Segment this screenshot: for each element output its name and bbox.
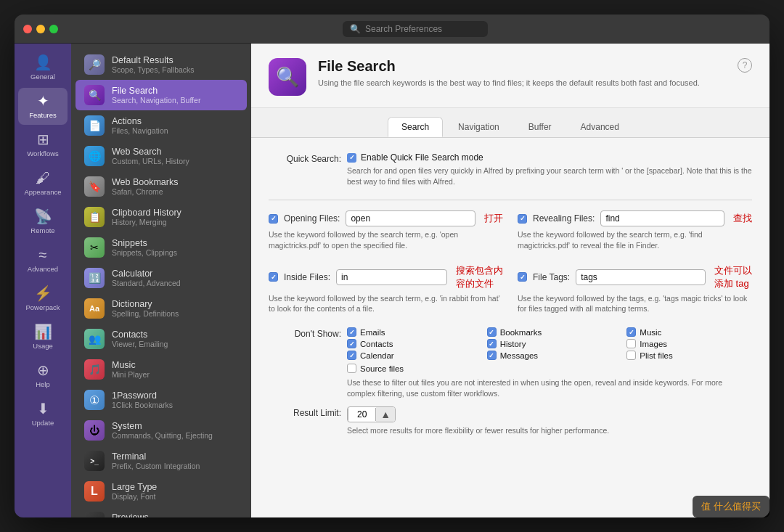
plist-checkbox[interactable] bbox=[626, 351, 636, 360]
large-type-text: Large Type Display, Font bbox=[112, 482, 238, 501]
opening-files-hint: Use the keyword followed by the search t… bbox=[269, 229, 503, 250]
result-limit-stepper[interactable]: 20 ▲ bbox=[347, 406, 396, 422]
snippets-icon: ✂ bbox=[84, 237, 105, 258]
bookmarks-checkbox[interactable] bbox=[487, 327, 497, 337]
messages-label: Messages bbox=[500, 351, 538, 360]
images-checkbox[interactable] bbox=[626, 339, 636, 348]
result-limit-hint: Select more results for more flexibility… bbox=[347, 425, 752, 436]
revealing-files-annotation: 查找 bbox=[733, 212, 752, 225]
list-item-1password[interactable]: ① 1Password 1Click Bookmarks bbox=[75, 385, 247, 415]
list-item-contacts[interactable]: 👥 Contacts Viewer, Emailing bbox=[75, 324, 247, 354]
snippets-title: Snippets bbox=[112, 238, 238, 248]
list-item-default-results[interactable]: 🔎 Default Results Scope, Types, Fallback… bbox=[75, 49, 247, 80]
sidebar-item-usage[interactable]: 📊 Usage bbox=[18, 319, 68, 356]
file-tags-input[interactable] bbox=[576, 269, 706, 285]
dont-show-history: History bbox=[487, 339, 613, 348]
sidebar-item-general[interactable]: 👤 General bbox=[18, 49, 68, 86]
terminal-icon: >_ bbox=[84, 451, 105, 471]
music-dont-show-label: Music bbox=[640, 328, 661, 337]
tab-navigation[interactable]: Navigation bbox=[444, 117, 513, 137]
search-icon: 🔍 bbox=[350, 24, 361, 34]
tab-search[interactable]: Search bbox=[388, 117, 443, 137]
list-item-clipboard-history[interactable]: 📋 Clipboard History History, Merging bbox=[75, 202, 247, 232]
maximize-button[interactable] bbox=[49, 25, 58, 33]
content-icon: 🔍 bbox=[269, 58, 306, 96]
content-header: 🔍 File Search Using the file search keyw… bbox=[251, 44, 769, 108]
web-search-title: Web Search bbox=[112, 147, 238, 157]
music-checkbox[interactable] bbox=[626, 327, 636, 337]
web-bookmarks-text: Web Bookmarks Safari, Chrome bbox=[112, 177, 238, 196]
clipboard-history-icon: 📋 bbox=[84, 207, 105, 227]
file-search-sub: Search, Navigation, Buffer bbox=[112, 96, 238, 105]
list-item-web-search[interactable]: 🌐 Web Search Custom, URLs, History bbox=[75, 141, 247, 171]
close-button[interactable] bbox=[23, 25, 32, 33]
list-item-terminal[interactable]: >_ Terminal Prefix, Custom Integration bbox=[75, 446, 247, 476]
inside-files-annotation: 搜索包含内容的文件 bbox=[456, 264, 503, 290]
history-checkbox[interactable] bbox=[487, 339, 497, 348]
result-limit-row: Result Limit: 20 ▲ Select more results f… bbox=[269, 406, 752, 436]
list-item-previews[interactable]: 👁 Previews Quick Look, Preview panels bbox=[75, 507, 247, 517]
1password-sub: 1Click Bookmarks bbox=[112, 401, 238, 409]
stepper-up-button[interactable]: ▲ bbox=[376, 407, 395, 422]
revealing-files-checkbox[interactable] bbox=[518, 214, 527, 224]
inside-files-input[interactable] bbox=[336, 269, 447, 285]
minimize-button[interactable] bbox=[36, 25, 45, 33]
list-item-file-search[interactable]: 🔍 File Search Search, Navigation, Buffer bbox=[75, 80, 247, 110]
update-label: Update bbox=[32, 419, 54, 427]
dictionary-title: Dictionary bbox=[112, 299, 238, 309]
help-button[interactable]: ? bbox=[738, 58, 752, 73]
sidebar-item-help[interactable]: ⊕ Help bbox=[18, 357, 68, 394]
list-item-music[interactable]: 🎵 Music Mini Player bbox=[75, 354, 247, 385]
remote-icon: 📡 bbox=[34, 209, 52, 224]
source-files-checkbox[interactable] bbox=[347, 364, 356, 373]
sidebar-item-advanced[interactable]: ≈ Advanced bbox=[18, 242, 68, 279]
messages-checkbox[interactable] bbox=[487, 351, 497, 360]
tab-buffer[interactable]: Buffer bbox=[515, 117, 565, 137]
default-results-icon: 🔎 bbox=[84, 54, 105, 75]
system-text: System Commands, Quitting, Ejecting bbox=[112, 421, 238, 440]
sidebar-item-appearance[interactable]: 🖌 Appearance bbox=[18, 165, 68, 202]
sidebar-item-features[interactable]: ✦ Features bbox=[18, 88, 68, 125]
list-item-system[interactable]: ⏻ System Commands, Quitting, Ejecting bbox=[75, 415, 247, 446]
inside-files-hint: Use the keyword followed by the search t… bbox=[269, 293, 503, 314]
powerpack-label: Powerpack bbox=[26, 303, 60, 311]
sidebar-item-remote[interactable]: 📡 Remote bbox=[18, 203, 68, 240]
list-item-snippets[interactable]: ✂ Snippets Snippets, Clippings bbox=[75, 232, 247, 263]
opening-files-checkbox[interactable] bbox=[269, 214, 278, 224]
file-tags-checkbox[interactable] bbox=[518, 272, 527, 282]
preferences-search[interactable]: 🔍 Search Preferences bbox=[343, 21, 488, 37]
list-item-actions[interactable]: 📄 Actions Files, Navigation bbox=[75, 110, 247, 141]
sidebar-item-powerpack[interactable]: ⚡ Powerpack bbox=[18, 280, 68, 317]
clipboard-history-sub: History, Merging bbox=[112, 218, 238, 226]
revealing-files-input[interactable] bbox=[600, 210, 724, 226]
sidebar-item-update[interactable]: ⬇ Update bbox=[18, 396, 68, 433]
web-search-sub: Custom, URLs, History bbox=[112, 157, 238, 165]
inside-files-checkbox[interactable] bbox=[269, 272, 278, 282]
emails-checkbox[interactable] bbox=[347, 327, 356, 337]
system-title: System bbox=[112, 421, 238, 431]
contacts-title: Contacts bbox=[112, 330, 238, 340]
contacts-checkbox[interactable] bbox=[347, 339, 356, 348]
list-item-calculator[interactable]: 🔢 Calculator Standard, Advanced bbox=[75, 263, 247, 293]
calendar-checkbox[interactable] bbox=[347, 351, 356, 360]
list-item-dictionary[interactable]: Aa Dictionary Spelling, Definitions bbox=[75, 293, 247, 324]
opening-files-input[interactable] bbox=[346, 210, 475, 226]
contacts-dont-show-label: Contacts bbox=[360, 340, 393, 348]
quick-search-checkbox[interactable] bbox=[347, 153, 356, 163]
content-area: 🔍 File Search Using the file search keyw… bbox=[251, 44, 769, 517]
sidebar-item-workflows[interactable]: ⊞ Workflows bbox=[18, 126, 68, 163]
powerpack-icon: ⚡ bbox=[34, 286, 52, 300]
music-text: Music Mini Player bbox=[112, 360, 238, 379]
file-tags-label: File Tags: bbox=[533, 272, 570, 282]
inside-files-label: Inside Files: bbox=[284, 272, 330, 282]
appearance-label: Appearance bbox=[24, 188, 61, 196]
1password-title: 1Password bbox=[112, 390, 238, 401]
opening-files-label: Opening Files: bbox=[284, 213, 340, 224]
dont-show-grid: Emails Bookmarks Music bbox=[347, 327, 752, 373]
content-title: File Search bbox=[318, 58, 726, 75]
list-item-large-type[interactable]: L Large Type Display, Font bbox=[75, 476, 247, 507]
list-item-web-bookmarks[interactable]: 🔖 Web Bookmarks Safari, Chrome bbox=[75, 171, 247, 202]
update-icon: ⬇ bbox=[37, 401, 49, 416]
features-label: Features bbox=[29, 111, 57, 119]
tab-advanced[interactable]: Advanced bbox=[567, 117, 633, 137]
